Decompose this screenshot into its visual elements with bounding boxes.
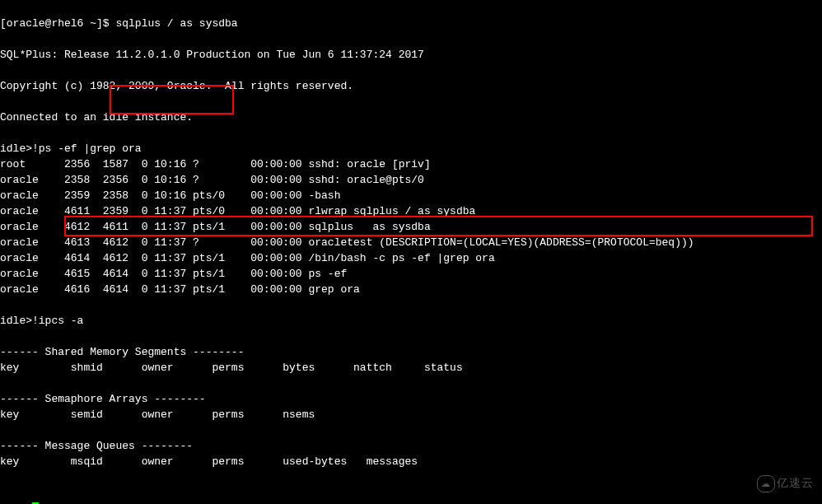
msg-columns: key msqid owner perms used-bytes message… — [0, 455, 418, 468]
shell-prompt-line: [oracle@rhel6 ~]$ sqlplus / as sysdba — [0, 17, 238, 30]
terminal-output[interactable]: [oracle@rhel6 ~]$ sqlplus / as sysdba SQ… — [0, 0, 822, 504]
sem-columns: key semid owner perms nsems — [0, 408, 315, 421]
watermark-icon: ☁ — [757, 475, 775, 492]
connected-line: Connected to an idle instance. — [0, 111, 193, 124]
watermark-text: 亿速云 — [777, 476, 814, 489]
ps-row: oracle 2359 2358 0 10:16 pts/0 00:00:00 … — [0, 189, 340, 202]
ps-row-highlighted: oracle 4613 4612 0 11:37 ? 00:00:00 orac… — [0, 236, 694, 249]
ps-row: oracle 4615 4614 0 11:37 pts/1 00:00:00 … — [0, 268, 347, 280]
shm-header: ------ Shared Memory Segments -------- — [0, 346, 244, 358]
ps-row: oracle 4614 4612 0 11:37 pts/1 00:00:00 … — [0, 252, 495, 264]
copyright-line: Copyright (c) 1982, 2009, Oracle. All ri… — [0, 80, 353, 92]
ps-row: root 2356 1587 0 10:16 ? 00:00:00 sshd: … — [0, 158, 431, 170]
sqlplus-banner: SQL*Plus: Release 11.2.0.1.0 Production … — [0, 49, 424, 61]
ps-command: idle>!ps -ef |grep ora — [0, 142, 142, 155]
ps-row: oracle 2358 2356 0 10:16 ? 00:00:00 sshd… — [0, 174, 424, 186]
ps-row: oracle 4616 4614 0 11:37 pts/1 00:00:00 … — [0, 283, 360, 296]
ipcs-command: idle>!ipcs -a — [0, 315, 83, 327]
watermark: ☁亿速云 — [757, 475, 814, 492]
shm-columns: key shmid owner perms bytes nattch statu… — [0, 362, 463, 374]
ps-row: oracle 4612 4611 0 11:37 pts/1 00:00:00 … — [0, 221, 431, 233]
sem-header: ------ Semaphore Arrays -------- — [0, 393, 206, 405]
ps-row: oracle 4611 2359 0 11:37 pts/0 00:00:00 … — [0, 205, 475, 217]
msg-header: ------ Message Queues -------- — [0, 440, 193, 452]
